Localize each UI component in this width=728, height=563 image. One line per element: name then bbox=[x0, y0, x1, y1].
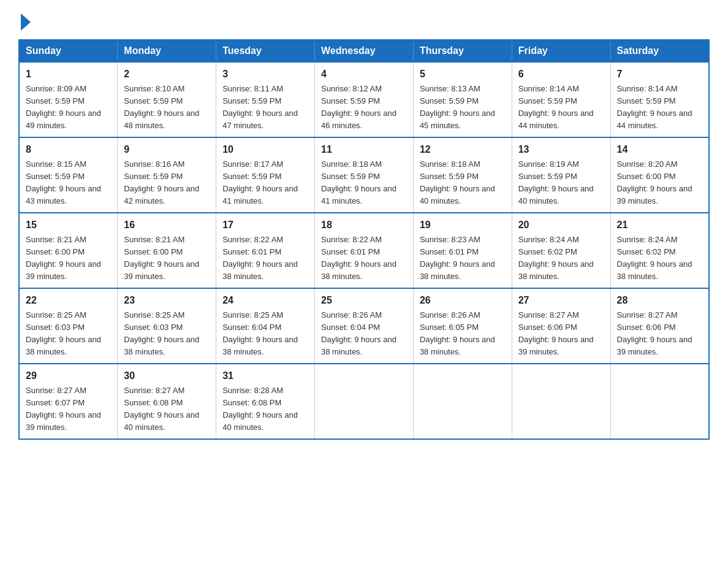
calendar-day-header: Tuesday bbox=[216, 40, 315, 62]
logo-arrow-icon bbox=[21, 13, 31, 31]
day-info: Sunrise: 8:25 AMSunset: 6:03 PMDaylight:… bbox=[124, 310, 199, 356]
logo bbox=[18, 12, 31, 28]
day-info: Sunrise: 8:15 AMSunset: 5:59 PMDaylight:… bbox=[26, 159, 101, 205]
calendar-day-cell bbox=[315, 364, 414, 439]
calendar-day-cell bbox=[512, 364, 610, 439]
day-number: 2 bbox=[124, 67, 210, 81]
day-info: Sunrise: 8:22 AMSunset: 6:01 PMDaylight:… bbox=[222, 235, 298, 281]
day-info: Sunrise: 8:10 AMSunset: 5:59 PMDaylight:… bbox=[124, 84, 199, 130]
day-info: Sunrise: 8:27 AMSunset: 6:06 PMDaylight:… bbox=[518, 310, 594, 356]
day-info: Sunrise: 8:16 AMSunset: 5:59 PMDaylight:… bbox=[124, 159, 199, 205]
calendar-day-cell: 4 Sunrise: 8:12 AMSunset: 5:59 PMDayligh… bbox=[315, 62, 414, 137]
calendar-table: SundayMondayTuesdayWednesdayThursdayFrid… bbox=[18, 39, 710, 440]
calendar-day-cell bbox=[610, 364, 709, 439]
calendar-day-cell: 20 Sunrise: 8:24 AMSunset: 6:02 PMDaylig… bbox=[512, 213, 610, 288]
calendar-day-cell: 24 Sunrise: 8:25 AMSunset: 6:04 PMDaylig… bbox=[216, 288, 315, 364]
calendar-day-cell: 6 Sunrise: 8:14 AMSunset: 5:59 PMDayligh… bbox=[512, 62, 610, 137]
day-info: Sunrise: 8:28 AMSunset: 6:08 PMDaylight:… bbox=[222, 386, 298, 432]
day-number: 8 bbox=[26, 143, 111, 156]
calendar-day-cell: 9 Sunrise: 8:16 AMSunset: 5:59 PMDayligh… bbox=[118, 137, 216, 213]
calendar-day-header: Saturday bbox=[610, 40, 709, 62]
day-number: 1 bbox=[26, 67, 111, 81]
calendar-day-header: Wednesday bbox=[315, 40, 414, 62]
day-number: 5 bbox=[420, 67, 506, 81]
day-number: 27 bbox=[518, 294, 604, 307]
day-number: 31 bbox=[222, 369, 308, 383]
calendar-day-header: Monday bbox=[118, 40, 216, 62]
day-number: 3 bbox=[222, 67, 308, 81]
day-info: Sunrise: 8:17 AMSunset: 5:59 PMDaylight:… bbox=[222, 159, 298, 205]
calendar-day-cell: 25 Sunrise: 8:26 AMSunset: 6:04 PMDaylig… bbox=[315, 288, 414, 364]
calendar-day-cell: 14 Sunrise: 8:20 AMSunset: 6:00 PMDaylig… bbox=[610, 137, 709, 213]
calendar-day-cell: 3 Sunrise: 8:11 AMSunset: 5:59 PMDayligh… bbox=[216, 62, 315, 137]
day-number: 29 bbox=[26, 369, 111, 383]
day-number: 15 bbox=[26, 218, 111, 232]
calendar-day-cell: 11 Sunrise: 8:18 AMSunset: 5:59 PMDaylig… bbox=[315, 137, 414, 213]
day-info: Sunrise: 8:26 AMSunset: 6:05 PMDaylight:… bbox=[420, 310, 495, 356]
calendar-day-cell: 31 Sunrise: 8:28 AMSunset: 6:08 PMDaylig… bbox=[216, 364, 315, 439]
calendar-day-header: Friday bbox=[512, 40, 610, 62]
calendar-day-cell: 21 Sunrise: 8:24 AMSunset: 6:02 PMDaylig… bbox=[610, 213, 709, 288]
calendar-day-cell: 13 Sunrise: 8:19 AMSunset: 5:59 PMDaylig… bbox=[512, 137, 610, 213]
calendar-week-row: 29 Sunrise: 8:27 AMSunset: 6:07 PMDaylig… bbox=[19, 364, 709, 439]
day-info: Sunrise: 8:19 AMSunset: 5:59 PMDaylight:… bbox=[518, 159, 594, 205]
day-number: 6 bbox=[518, 67, 604, 81]
day-info: Sunrise: 8:11 AMSunset: 5:59 PMDaylight:… bbox=[222, 84, 298, 130]
calendar-day-cell: 29 Sunrise: 8:27 AMSunset: 6:07 PMDaylig… bbox=[19, 364, 118, 439]
day-number: 24 bbox=[222, 294, 308, 307]
day-info: Sunrise: 8:09 AMSunset: 5:59 PMDaylight:… bbox=[26, 84, 101, 130]
calendar-day-cell bbox=[413, 364, 512, 439]
calendar-day-cell: 8 Sunrise: 8:15 AMSunset: 5:59 PMDayligh… bbox=[19, 137, 118, 213]
calendar-day-cell: 12 Sunrise: 8:18 AMSunset: 5:59 PMDaylig… bbox=[413, 137, 512, 213]
calendar-week-row: 1 Sunrise: 8:09 AMSunset: 5:59 PMDayligh… bbox=[19, 62, 709, 137]
calendar-day-cell: 17 Sunrise: 8:22 AMSunset: 6:01 PMDaylig… bbox=[216, 213, 315, 288]
day-info: Sunrise: 8:14 AMSunset: 5:59 PMDaylight:… bbox=[518, 84, 594, 130]
day-info: Sunrise: 8:27 AMSunset: 6:07 PMDaylight:… bbox=[26, 386, 101, 432]
day-number: 11 bbox=[321, 143, 407, 156]
day-info: Sunrise: 8:18 AMSunset: 5:59 PMDaylight:… bbox=[420, 159, 495, 205]
day-number: 12 bbox=[420, 143, 506, 156]
day-info: Sunrise: 8:13 AMSunset: 5:59 PMDaylight:… bbox=[420, 84, 495, 130]
day-number: 4 bbox=[321, 67, 407, 81]
day-info: Sunrise: 8:18 AMSunset: 5:59 PMDaylight:… bbox=[321, 159, 396, 205]
day-number: 10 bbox=[222, 143, 308, 156]
day-number: 23 bbox=[124, 294, 210, 307]
day-number: 16 bbox=[124, 218, 210, 232]
day-number: 9 bbox=[124, 143, 210, 156]
calendar-header-row: SundayMondayTuesdayWednesdayThursdayFrid… bbox=[19, 40, 709, 62]
day-info: Sunrise: 8:21 AMSunset: 6:00 PMDaylight:… bbox=[26, 235, 101, 281]
day-number: 30 bbox=[124, 369, 210, 383]
calendar-day-cell: 1 Sunrise: 8:09 AMSunset: 5:59 PMDayligh… bbox=[19, 62, 118, 137]
day-info: Sunrise: 8:23 AMSunset: 6:01 PMDaylight:… bbox=[420, 235, 495, 281]
day-info: Sunrise: 8:24 AMSunset: 6:02 PMDaylight:… bbox=[518, 235, 594, 281]
calendar-day-cell: 18 Sunrise: 8:22 AMSunset: 6:01 PMDaylig… bbox=[315, 213, 414, 288]
calendar-day-cell: 23 Sunrise: 8:25 AMSunset: 6:03 PMDaylig… bbox=[118, 288, 216, 364]
calendar-week-row: 22 Sunrise: 8:25 AMSunset: 6:03 PMDaylig… bbox=[19, 288, 709, 364]
day-number: 7 bbox=[617, 67, 702, 81]
calendar-week-row: 8 Sunrise: 8:15 AMSunset: 5:59 PMDayligh… bbox=[19, 137, 709, 213]
calendar-day-cell: 7 Sunrise: 8:14 AMSunset: 5:59 PMDayligh… bbox=[610, 62, 709, 137]
calendar-day-header: Sunday bbox=[19, 40, 118, 62]
day-info: Sunrise: 8:26 AMSunset: 6:04 PMDaylight:… bbox=[321, 310, 396, 356]
day-info: Sunrise: 8:12 AMSunset: 5:59 PMDaylight:… bbox=[321, 84, 396, 130]
day-info: Sunrise: 8:24 AMSunset: 6:02 PMDaylight:… bbox=[617, 235, 692, 281]
day-info: Sunrise: 8:20 AMSunset: 6:00 PMDaylight:… bbox=[617, 159, 692, 205]
day-number: 22 bbox=[26, 294, 111, 307]
day-number: 14 bbox=[617, 143, 702, 156]
day-number: 25 bbox=[321, 294, 407, 307]
calendar-day-cell: 19 Sunrise: 8:23 AMSunset: 6:01 PMDaylig… bbox=[413, 213, 512, 288]
day-number: 21 bbox=[617, 218, 702, 232]
calendar-day-cell: 2 Sunrise: 8:10 AMSunset: 5:59 PMDayligh… bbox=[118, 62, 216, 137]
day-info: Sunrise: 8:22 AMSunset: 6:01 PMDaylight:… bbox=[321, 235, 396, 281]
day-number: 20 bbox=[518, 218, 604, 232]
day-number: 18 bbox=[321, 218, 407, 232]
calendar-day-header: Thursday bbox=[413, 40, 512, 62]
day-number: 26 bbox=[420, 294, 506, 307]
calendar-day-cell: 27 Sunrise: 8:27 AMSunset: 6:06 PMDaylig… bbox=[512, 288, 610, 364]
calendar-week-row: 15 Sunrise: 8:21 AMSunset: 6:00 PMDaylig… bbox=[19, 213, 709, 288]
calendar-day-cell: 26 Sunrise: 8:26 AMSunset: 6:05 PMDaylig… bbox=[413, 288, 512, 364]
calendar-day-cell: 10 Sunrise: 8:17 AMSunset: 5:59 PMDaylig… bbox=[216, 137, 315, 213]
day-info: Sunrise: 8:25 AMSunset: 6:03 PMDaylight:… bbox=[26, 310, 101, 356]
day-info: Sunrise: 8:27 AMSunset: 6:06 PMDaylight:… bbox=[617, 310, 692, 356]
calendar-day-cell: 28 Sunrise: 8:27 AMSunset: 6:06 PMDaylig… bbox=[610, 288, 709, 364]
